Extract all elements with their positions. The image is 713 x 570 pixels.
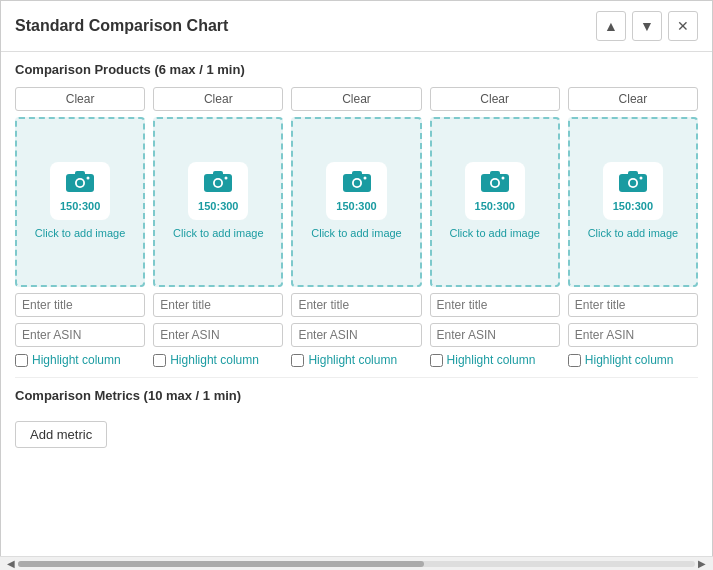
scrollbar-thumb[interactable] (18, 561, 424, 567)
camera-icon-wrap-2: 150:300 (188, 162, 248, 220)
camera-icon-wrap-3: 150:300 (326, 162, 386, 220)
header-actions: ▲ ▼ ✕ (596, 11, 698, 41)
svg-rect-8 (213, 171, 223, 176)
title-input-3[interactable] (291, 293, 421, 317)
camera-icon-1 (66, 170, 94, 198)
asin-input-2[interactable] (153, 323, 283, 347)
metrics-label: Comparison Metrics (10 max / 1 min) (15, 388, 698, 403)
asin-input-4[interactable] (430, 323, 560, 347)
scrollbar[interactable]: ◀ ▶ (0, 556, 713, 570)
svg-point-17 (492, 180, 498, 186)
svg-point-7 (215, 180, 221, 186)
column-5: Clear 150:300 Click to add image (568, 87, 698, 367)
column-3: Clear 150:300 Click to add image (291, 87, 421, 367)
image-size-label-4: 150:300 (475, 200, 515, 212)
highlight-checkbox-3[interactable] (291, 354, 304, 367)
svg-point-24 (639, 177, 642, 180)
image-placeholder-4[interactable]: 150:300 Click to add image (430, 117, 560, 287)
svg-rect-18 (490, 171, 500, 176)
add-metric-button[interactable]: Add metric (15, 421, 107, 448)
highlight-row-3: Highlight column (291, 353, 421, 367)
title-input-5[interactable] (568, 293, 698, 317)
click-to-add-label-1: Click to add image (35, 226, 126, 241)
asin-input-1[interactable] (15, 323, 145, 347)
close-button[interactable]: ✕ (668, 11, 698, 41)
clear-button-2[interactable]: Clear (153, 87, 283, 111)
camera-icon-4 (481, 170, 509, 198)
camera-icon-3 (343, 170, 371, 198)
scroll-right-icon[interactable]: ▶ (695, 558, 709, 569)
highlight-label-4[interactable]: Highlight column (447, 353, 536, 367)
highlight-row-4: Highlight column (430, 353, 560, 367)
highlight-label-5[interactable]: Highlight column (585, 353, 674, 367)
comparison-products-label: Comparison Products (6 max / 1 min) (15, 62, 698, 77)
column-2: Clear 150:300 Click to add image (153, 87, 283, 367)
image-size-label-5: 150:300 (613, 200, 653, 212)
camera-icon-2 (204, 170, 232, 198)
title-input-4[interactable] (430, 293, 560, 317)
camera-icon-wrap-1: 150:300 (50, 162, 110, 220)
metrics-section: Comparison Metrics (10 max / 1 min) Add … (15, 377, 698, 448)
page-header: Standard Comparison Chart ▲ ▼ ✕ (1, 1, 712, 52)
image-placeholder-3[interactable]: 150:300 Click to add image (291, 117, 421, 287)
clear-button-4[interactable]: Clear (430, 87, 560, 111)
camera-icon-wrap-4: 150:300 (465, 162, 525, 220)
image-size-label-2: 150:300 (198, 200, 238, 212)
svg-point-2 (77, 180, 83, 186)
image-placeholder-2[interactable]: 150:300 Click to add image (153, 117, 283, 287)
scrollbar-track[interactable] (18, 561, 695, 567)
svg-point-19 (501, 177, 504, 180)
svg-rect-23 (628, 171, 638, 176)
click-to-add-label-5: Click to add image (588, 226, 679, 241)
camera-icon-5 (619, 170, 647, 198)
svg-point-14 (363, 177, 366, 180)
main-content: Comparison Products (6 max / 1 min) Clea… (1, 52, 712, 570)
scroll-left-icon[interactable]: ◀ (4, 558, 18, 569)
highlight-checkbox-5[interactable] (568, 354, 581, 367)
click-to-add-label-3: Click to add image (311, 226, 402, 241)
highlight-label-1[interactable]: Highlight column (32, 353, 121, 367)
move-up-button[interactable]: ▲ (596, 11, 626, 41)
columns-container: Clear 150:300 Click to add image (15, 87, 698, 367)
image-placeholder-1[interactable]: 150:300 Click to add image (15, 117, 145, 287)
highlight-checkbox-2[interactable] (153, 354, 166, 367)
page-title: Standard Comparison Chart (15, 17, 228, 35)
clear-button-5[interactable]: Clear (568, 87, 698, 111)
clear-button-1[interactable]: Clear (15, 87, 145, 111)
click-to-add-label-2: Click to add image (173, 226, 264, 241)
clear-button-3[interactable]: Clear (291, 87, 421, 111)
column-4: Clear 150:300 Click to add image (430, 87, 560, 367)
highlight-row-5: Highlight column (568, 353, 698, 367)
highlight-row-1: Highlight column (15, 353, 145, 367)
asin-input-5[interactable] (568, 323, 698, 347)
svg-point-9 (225, 177, 228, 180)
title-input-1[interactable] (15, 293, 145, 317)
highlight-label-2[interactable]: Highlight column (170, 353, 259, 367)
camera-icon-wrap-5: 150:300 (603, 162, 663, 220)
highlight-checkbox-4[interactable] (430, 354, 443, 367)
svg-point-22 (630, 180, 636, 186)
image-size-label-1: 150:300 (60, 200, 100, 212)
title-input-2[interactable] (153, 293, 283, 317)
click-to-add-label-4: Click to add image (449, 226, 540, 241)
asin-input-3[interactable] (291, 323, 421, 347)
highlight-label-3[interactable]: Highlight column (308, 353, 397, 367)
column-1: Clear 150:300 Click to add image (15, 87, 145, 367)
highlight-checkbox-1[interactable] (15, 354, 28, 367)
svg-rect-13 (352, 171, 362, 176)
svg-rect-3 (75, 171, 85, 176)
svg-point-12 (353, 180, 359, 186)
image-size-label-3: 150:300 (336, 200, 376, 212)
highlight-row-2: Highlight column (153, 353, 283, 367)
move-down-button[interactable]: ▼ (632, 11, 662, 41)
image-placeholder-5[interactable]: 150:300 Click to add image (568, 117, 698, 287)
svg-point-4 (87, 177, 90, 180)
